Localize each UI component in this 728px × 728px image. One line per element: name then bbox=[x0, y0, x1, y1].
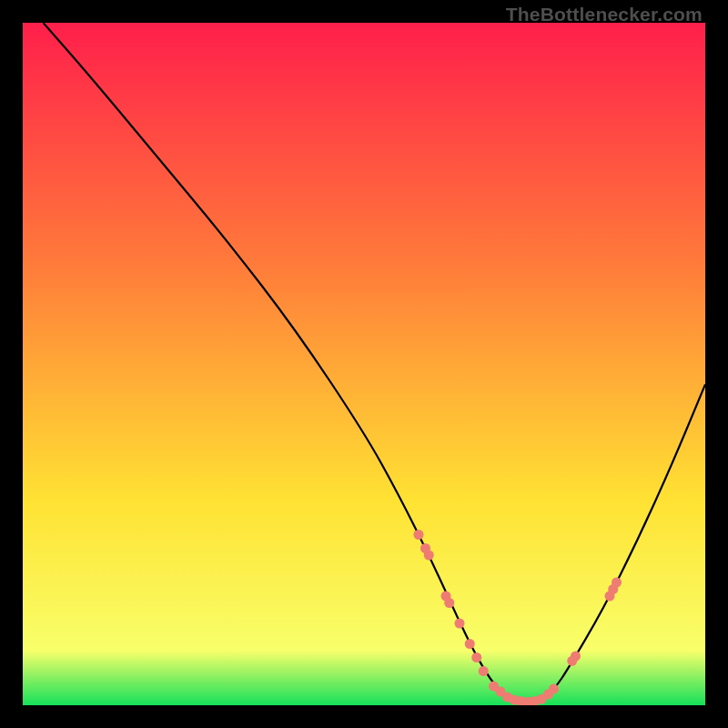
chart-frame bbox=[23, 23, 705, 705]
data-point bbox=[414, 530, 424, 540]
data-point bbox=[444, 598, 454, 608]
data-point bbox=[465, 639, 475, 649]
bottleneck-chart bbox=[23, 23, 705, 705]
data-point bbox=[471, 652, 481, 662]
data-point bbox=[455, 619, 465, 629]
watermark-text: TheBottlenecker.com bbox=[506, 4, 703, 25]
data-point bbox=[571, 652, 581, 662]
data-point bbox=[479, 666, 489, 676]
data-point bbox=[424, 551, 434, 561]
data-point bbox=[549, 684, 559, 694]
gradient-background bbox=[23, 23, 705, 705]
data-point bbox=[612, 578, 622, 588]
